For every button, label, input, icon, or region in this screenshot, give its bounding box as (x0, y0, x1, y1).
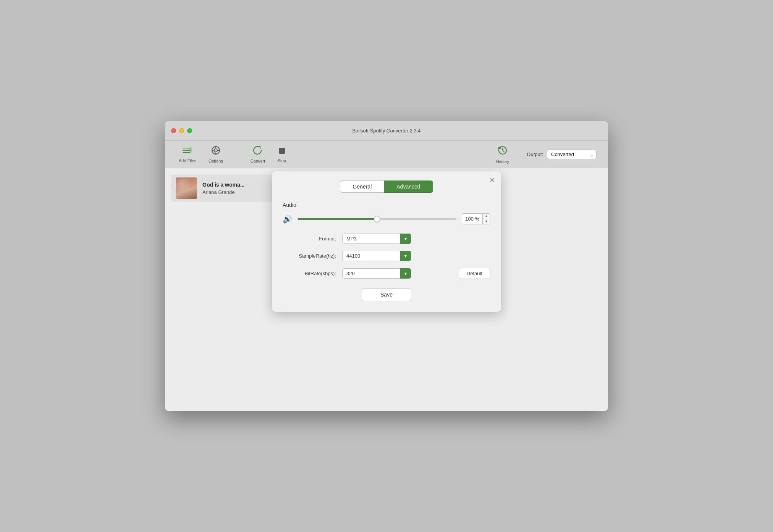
volume-value: 100 % (462, 214, 482, 223)
volume-row: 🔊 100 % ▲ ▼ (283, 213, 490, 224)
maximize-button[interactable] (187, 128, 192, 133)
volume-stepper: ▲ ▼ (482, 214, 490, 224)
toolbar: Add Files Options (165, 141, 608, 168)
minimize-button[interactable] (179, 128, 184, 133)
convert-icon (253, 146, 263, 157)
slider-fill (298, 218, 377, 220)
save-row: Save (283, 288, 490, 301)
window-title: Boilsoft Spotify Converter 2.3.4 (352, 128, 420, 134)
title-bar: Boilsoft Spotify Converter 2.3.4 (165, 121, 608, 141)
svg-point-6 (214, 149, 217, 152)
bitrate-select[interactable]: 320 256 192 128 64 (342, 268, 411, 279)
history-button[interactable]: History (490, 143, 515, 166)
close-button[interactable] (171, 128, 176, 133)
bitrate-row: BitRate(kbps): 320 256 192 128 64 ▼ (283, 268, 490, 279)
traffic-lights (171, 128, 192, 133)
format-label: Format: (283, 236, 336, 242)
format-select-wrapper: MP3 AAC FLAC WAV OGG ▼ (342, 234, 411, 244)
svg-rect-0 (183, 148, 190, 148)
preferences-dialog: ✕ General Advanced Audio: 🔊 (272, 171, 501, 312)
output-area: Output: Converted (527, 150, 597, 159)
close-dialog-button[interactable]: ✕ (489, 177, 495, 184)
convert-label: Convert (251, 159, 265, 163)
add-files-button[interactable]: Add Files (173, 144, 202, 165)
modal-overlay: ✕ General Advanced Audio: 🔊 (165, 168, 608, 411)
default-button[interactable]: Default (459, 268, 490, 279)
samplerate-select[interactable]: 44100 22050 11025 48000 (342, 251, 411, 261)
content-area: God is a woma... Ariana Grande ✕ General… (165, 168, 608, 411)
history-icon (498, 145, 508, 158)
stop-icon (278, 146, 286, 157)
tab-general[interactable]: General (340, 181, 384, 193)
slider-thumb[interactable] (374, 216, 380, 222)
stop-button[interactable]: Stop (271, 144, 292, 165)
audio-label: Audio: (283, 202, 490, 208)
history-label: History (496, 159, 509, 164)
dialog-tabs: General Advanced (283, 181, 490, 193)
format-row: Format: MP3 AAC FLAC WAV OGG ▼ (283, 234, 490, 244)
volume-icon: 🔊 (283, 214, 292, 224)
options-label: Options (209, 159, 223, 163)
bitrate-label: BitRate(kbps): (283, 271, 336, 276)
svg-rect-11 (279, 148, 285, 154)
output-select-wrapper: Converted (547, 150, 597, 159)
samplerate-row: SampleRate(hz): 44100 22050 11025 48000 … (283, 251, 490, 261)
options-button[interactable]: Options (202, 143, 229, 166)
volume-up-button[interactable]: ▲ (483, 214, 490, 219)
volume-slider-wrapper (298, 215, 456, 223)
stop-label: Stop (277, 158, 286, 163)
volume-down-button[interactable]: ▼ (483, 219, 490, 224)
format-select[interactable]: MP3 AAC FLAC WAV OGG (342, 234, 411, 244)
volume-value-wrapper: 100 % ▲ ▼ (462, 213, 490, 224)
slider-track (298, 218, 456, 220)
convert-button[interactable]: Convert (244, 143, 272, 166)
samplerate-select-wrapper: 44100 22050 11025 48000 ▼ (342, 251, 411, 261)
bitrate-select-wrapper: 320 256 192 128 64 ▼ (342, 268, 411, 279)
app-window: Boilsoft Spotify Converter 2.3.4 Add Fil… (165, 121, 608, 411)
save-button[interactable]: Save (362, 288, 411, 301)
audio-section: Audio: 🔊 100 % ▲ (283, 202, 490, 279)
samplerate-label: SampleRate(hz): (283, 253, 336, 259)
svg-rect-2 (183, 152, 190, 153)
add-files-icon (183, 146, 192, 157)
options-icon (211, 146, 220, 157)
tab-advanced[interactable]: Advanced (384, 181, 433, 193)
output-label: Output: (527, 152, 543, 157)
add-files-label: Add Files (179, 158, 196, 163)
output-select[interactable]: Converted (547, 150, 597, 159)
